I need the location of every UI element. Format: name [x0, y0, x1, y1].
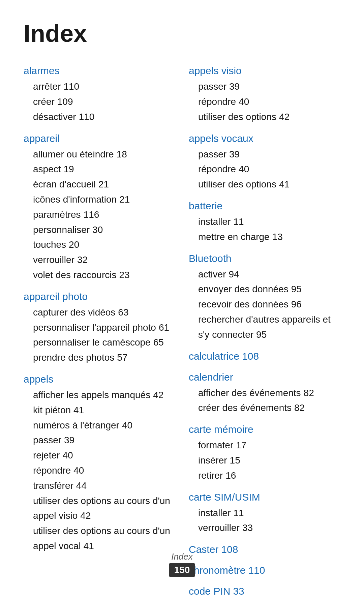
item-text: répondre [198, 164, 236, 174]
item-number: 42 [279, 112, 290, 122]
category-number: 33 [233, 586, 244, 597]
list-item: rejeter40 [33, 448, 175, 463]
item-text: désactiver [33, 112, 76, 122]
list-item: volet des raccourcis23 [33, 268, 175, 283]
item-number: 17 [236, 440, 246, 450]
item-number: 20 [69, 239, 79, 250]
footer-page-number: 150 [169, 563, 195, 577]
item-text: insérer [198, 455, 227, 466]
item-number: 18 [117, 149, 127, 159]
item-number: 39 [64, 435, 74, 445]
list-item: kit piéton41 [33, 403, 175, 418]
item-text: utiliser des options au cours d'un appel… [33, 526, 170, 551]
list-item: mettre en charge13 [198, 230, 340, 245]
item-text: utiliser des options [198, 112, 276, 122]
list-item: rechercher d'autres appareils et s'y con… [198, 312, 340, 342]
list-item: passer39 [33, 433, 175, 448]
item-number: 13 [272, 232, 283, 242]
item-number: 41 [279, 179, 290, 189]
index-category: appels vocaux [189, 131, 340, 146]
list-item: répondre40 [33, 463, 175, 478]
list-item: allumer ou éteindre18 [33, 147, 175, 162]
item-number: 21 [98, 179, 109, 189]
index-sub-items: capturer des vidéos63personnaliser l'app… [24, 305, 175, 365]
index-entry: alarmesarrêter110créer109désactiver110 [24, 64, 175, 124]
item-number: 57 [117, 352, 127, 363]
index-category: carte SIM/USIM [189, 490, 340, 504]
list-item: créer des événements82 [198, 400, 340, 416]
list-item: insérer15 [198, 453, 340, 468]
item-number: 109 [57, 96, 73, 107]
index-sub-items: allumer ou éteindre18aspect19écran d'acc… [24, 147, 175, 283]
item-text: capturer des vidéos [33, 307, 115, 318]
item-text: utiliser des options [198, 179, 276, 189]
index-sub-items: installer11mettre en charge13 [189, 214, 340, 245]
list-item: créer109 [33, 94, 175, 110]
index-category: appareil photo [24, 290, 175, 304]
list-item: aspect19 [33, 162, 175, 177]
index-category: carte mémoire [189, 422, 340, 437]
item-number: 39 [229, 149, 240, 159]
list-item: utiliser des options au cours d'un appel… [33, 524, 175, 554]
list-item: prendre des photos57 [33, 350, 175, 365]
index-sub-items: afficher des événements82créer des événe… [189, 386, 340, 416]
list-item: recevoir des données96 [198, 297, 340, 312]
list-item: verrouiller32 [33, 252, 175, 268]
item-text: installer [198, 508, 231, 518]
index-entry: appels visiopasser39répondre40utiliser d… [189, 64, 340, 124]
item-number: 40 [122, 420, 132, 430]
item-text: prendre des photos [33, 352, 114, 363]
item-number: 82 [304, 388, 314, 398]
item-number: 19 [64, 164, 74, 174]
list-item: répondre40 [198, 162, 340, 177]
item-number: 96 [291, 299, 302, 309]
index-category: appels visio [189, 64, 340, 78]
page-footer: Index 150 [0, 551, 364, 577]
index-sub-items: afficher les appels manqués42kit piéton4… [24, 388, 175, 554]
list-item: passer39 [198, 147, 340, 162]
item-text: répondre [198, 96, 236, 107]
item-number: 39 [229, 81, 240, 92]
item-text: afficher des événements [198, 388, 301, 398]
item-number: 44 [76, 480, 87, 491]
item-text: rejeter [33, 450, 60, 460]
item-number: 23 [119, 270, 129, 280]
list-item: afficher des événements82 [198, 386, 340, 401]
right-column: appels visiopasser39répondre40utiliser d… [189, 64, 340, 597]
item-text: personnaliser le caméscope [33, 337, 151, 348]
item-number: 40 [62, 450, 73, 460]
item-number: 40 [73, 465, 84, 476]
item-text: transférer [33, 480, 73, 491]
index-sub-items: installer11verrouiller33 [189, 506, 340, 536]
item-number: 11 [233, 216, 244, 227]
index-category: Bluetooth [189, 251, 340, 266]
index-category: appareil [24, 131, 175, 146]
index-entry: appelsafficher les appels manqués42kit p… [24, 372, 175, 554]
list-item: personnaliser30 [33, 222, 175, 238]
list-item: transférer44 [33, 478, 175, 494]
item-number: 42 [153, 390, 163, 400]
item-number: 32 [77, 255, 88, 265]
list-item: verrouiller33 [198, 520, 340, 536]
item-number: 41 [84, 541, 94, 551]
list-item: activer94 [198, 267, 340, 282]
list-item: icônes d'information21 [33, 192, 175, 207]
index-category: calculatrice [189, 351, 239, 362]
item-number: 16 [225, 470, 236, 481]
item-text: passer [198, 81, 226, 92]
item-text: verrouiller [198, 523, 240, 533]
item-text: passer [33, 435, 61, 445]
left-column: alarmesarrêter110créer109désactiver110ap… [24, 64, 175, 597]
category-number: 108 [242, 351, 259, 362]
item-text: utiliser des options au cours d'un appel… [33, 496, 170, 521]
index-category: code PIN [189, 586, 230, 597]
item-text: afficher les appels manqués [33, 390, 150, 400]
index-entry: code PIN33 [189, 584, 340, 597]
list-item: personnaliser l'appareil photo61 [33, 320, 175, 335]
item-text: installer [198, 216, 231, 227]
index-category: appels [24, 372, 175, 386]
item-number: 40 [239, 164, 249, 174]
item-number: 110 [79, 112, 95, 122]
index-entry: carte SIM/USIMinstaller11verrouiller33 [189, 490, 340, 536]
item-number: 41 [73, 405, 84, 415]
